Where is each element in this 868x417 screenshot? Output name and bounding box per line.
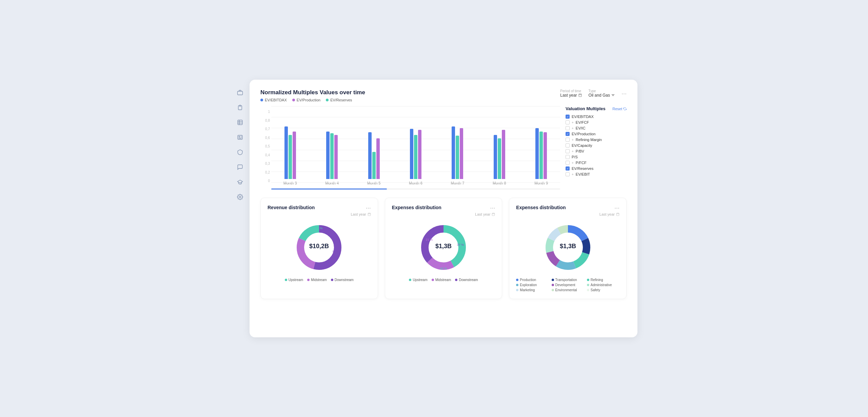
- val-checkbox-refining[interactable]: [566, 138, 570, 142]
- y-axis: 0 0,2 0,3 0,4 0,5 0,6 0,7 0,8 1: [260, 110, 270, 190]
- card-expenses1-more[interactable]: ···: [490, 205, 495, 211]
- val-item-evebit[interactable]: + EV/EBIT: [566, 172, 627, 176]
- month-bars-row: [271, 106, 560, 179]
- y-label-02: 0,2: [260, 171, 270, 174]
- y-label-07: 0,7: [260, 127, 270, 131]
- reset-button[interactable]: Reset: [612, 107, 627, 111]
- svg-text:$1,3B: $1,3B: [560, 243, 576, 250]
- legend-administrative: Administrative: [587, 283, 619, 287]
- val-checkbox-pbv[interactable]: [566, 149, 570, 153]
- person-icon[interactable]: [234, 131, 246, 143]
- legend-transportation: Transportation: [552, 278, 584, 282]
- svg-rect-2: [238, 120, 242, 125]
- val-label-pbv: P/BV: [576, 149, 584, 153]
- chart-title-area: Normalized Multiples Values over time EV…: [260, 89, 365, 102]
- chat-icon[interactable]: [234, 161, 246, 173]
- legend-safety: Safety: [587, 288, 619, 292]
- val-item-evebitdax[interactable]: EV/EBITDAX: [566, 115, 627, 119]
- svg-text:$1,3B: $1,3B: [435, 243, 452, 250]
- chart-title: Normalized Multiples Values over time: [260, 89, 365, 96]
- val-item-evfcf[interactable]: + EV/FCF: [566, 120, 627, 124]
- bar-m6-1: [410, 129, 413, 179]
- val-item-pfcf[interactable]: + P/FCF: [566, 161, 627, 165]
- svg-rect-13: [368, 213, 371, 216]
- card-expenses2-more[interactable]: ···: [614, 205, 619, 211]
- y-label-08: 0,8: [260, 119, 270, 122]
- val-checkbox-evcapacity[interactable]: [566, 143, 570, 147]
- svg-text:54 %: 54 %: [333, 250, 340, 253]
- svg-rect-36: [616, 213, 619, 216]
- val-checkbox-evebit[interactable]: [566, 172, 570, 176]
- dot-downstream: [331, 279, 333, 281]
- svg-point-8: [239, 196, 241, 198]
- card-revenue-donut: $10,2B 18 % 28 % 54 %: [268, 220, 371, 275]
- val-checkbox-evproduction[interactable]: [566, 132, 570, 136]
- val-checkbox-evic[interactable]: [566, 126, 570, 130]
- type-control[interactable]: Type Oil and Gas: [589, 89, 615, 98]
- clipboard-icon[interactable]: [234, 101, 246, 114]
- val-item-evreserves[interactable]: EV/Reserves: [566, 166, 627, 171]
- bars-month-4: [326, 111, 338, 179]
- valuation-title: Valuation Multiples: [566, 106, 606, 111]
- more-menu-button[interactable]: ···: [622, 91, 627, 97]
- val-item-ps[interactable]: P/S: [566, 155, 627, 159]
- bars-month-6: [410, 111, 421, 179]
- chart-section: Normalized Multiples Values over time EV…: [260, 89, 627, 190]
- card-revenue-header: Revenue distribution ···: [268, 205, 371, 211]
- card-expenses1-donut: $1,3B 21 % 37 % 42 %: [392, 220, 495, 275]
- graduation-icon[interactable]: [234, 176, 246, 188]
- bars-month-7: [452, 111, 463, 179]
- x-label-7: Month 7: [439, 181, 476, 185]
- x-label-5: Month 5: [355, 181, 393, 185]
- bar-m8-1: [494, 135, 497, 179]
- app-container: Normalized Multiples Values over time EV…: [231, 80, 637, 337]
- svg-rect-1: [239, 105, 241, 106]
- legend-exploration: Exploration: [516, 283, 549, 287]
- bars-month-5: [368, 111, 380, 179]
- legend-evreserves: EV/Reserves: [326, 98, 352, 102]
- bar-m4-3: [334, 135, 338, 179]
- val-label-evfcf: EV/FCF: [576, 120, 589, 124]
- briefcase-icon[interactable]: [234, 86, 246, 99]
- svg-point-7: [239, 136, 240, 137]
- val-checkbox-pfcf[interactable]: [566, 161, 570, 165]
- legend-downstream: Downstream: [331, 278, 354, 282]
- scroll-bar[interactable]: [271, 188, 560, 190]
- table-icon[interactable]: [234, 116, 246, 128]
- val-item-pbv[interactable]: + P/BV: [566, 149, 627, 153]
- bar-m8-3: [502, 130, 505, 179]
- type-value: Oil and Gas: [589, 93, 615, 98]
- card-revenue: Revenue distribution ··· Last year: [260, 198, 378, 299]
- val-checkbox-evebitdax[interactable]: [566, 115, 570, 119]
- val-item-evproduction[interactable]: EV/Production: [566, 132, 627, 136]
- svg-text:18 %: 18 %: [316, 226, 323, 230]
- month-group-4: [313, 111, 351, 179]
- val-checkbox-evreserves[interactable]: [566, 166, 570, 171]
- chart-header: Normalized Multiples Values over time EV…: [260, 89, 627, 102]
- legend-evproduction: EV/Production: [292, 98, 320, 102]
- val-checkbox-ps[interactable]: [566, 155, 570, 159]
- val-label-evebit: EV/EBIT: [576, 172, 590, 176]
- bar-m6-3: [418, 130, 421, 179]
- shield-icon[interactable]: [234, 146, 246, 158]
- bars-month-3: [284, 111, 296, 179]
- val-item-evic[interactable]: + EV/IC: [566, 126, 627, 130]
- bar-m7-2: [456, 136, 459, 179]
- card-revenue-legend: Upstream Midstream Downstream: [268, 278, 371, 282]
- val-item-evcapacity[interactable]: EV/Capacity: [566, 143, 627, 147]
- val-label-evproduction: EV/Production: [572, 132, 595, 136]
- val-item-refining[interactable]: + Refining Margin: [566, 138, 627, 142]
- svg-text:37 %: 37 %: [457, 243, 464, 246]
- y-label-05: 0,5: [260, 144, 270, 148]
- legend-label-evproduction: EV/Production: [297, 98, 320, 102]
- month-group-8: [480, 111, 518, 179]
- card-revenue-more[interactable]: ···: [366, 205, 371, 211]
- legend-exp1-downstream: Downstream: [455, 278, 478, 282]
- val-checkbox-evfcf[interactable]: [566, 120, 570, 124]
- card-expenses1-legend: Upstream Midstream Downstream: [392, 278, 495, 282]
- val-label-evcapacity: EV/Capacity: [572, 143, 592, 147]
- period-control[interactable]: Period of time Last year: [560, 89, 581, 98]
- settings-icon[interactable]: [234, 191, 246, 203]
- bars-month-8: [494, 111, 505, 179]
- legend-exp1-upstream: Upstream: [409, 278, 427, 282]
